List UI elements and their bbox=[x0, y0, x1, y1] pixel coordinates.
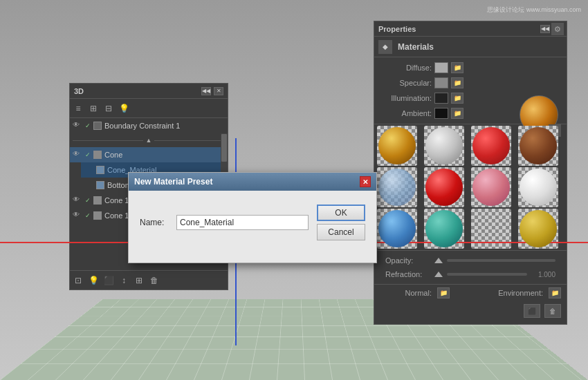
dialog-action-buttons: OK Cancel bbox=[317, 205, 365, 240]
dialog-name-row: Name: OK Cancel bbox=[140, 205, 365, 240]
dialog-name-input[interactable] bbox=[176, 215, 309, 230]
dialog-name-label: Name: bbox=[140, 218, 171, 227]
dialog-ok-btn[interactable]: OK bbox=[317, 205, 365, 221]
dialog-overlay: New Material Preset ✕ Name: OK Cancel bbox=[0, 0, 588, 380]
dialog-close-btn[interactable]: ✕ bbox=[360, 176, 371, 187]
dialog-body: Name: OK Cancel bbox=[129, 191, 376, 263]
dialog-titlebar: New Material Preset ✕ bbox=[129, 173, 376, 191]
dialog-cancel-btn[interactable]: Cancel bbox=[317, 224, 365, 240]
dialog-title: New Material Preset bbox=[134, 177, 212, 187]
new-material-preset-dialog: New Material Preset ✕ Name: OK Cancel bbox=[128, 172, 377, 263]
